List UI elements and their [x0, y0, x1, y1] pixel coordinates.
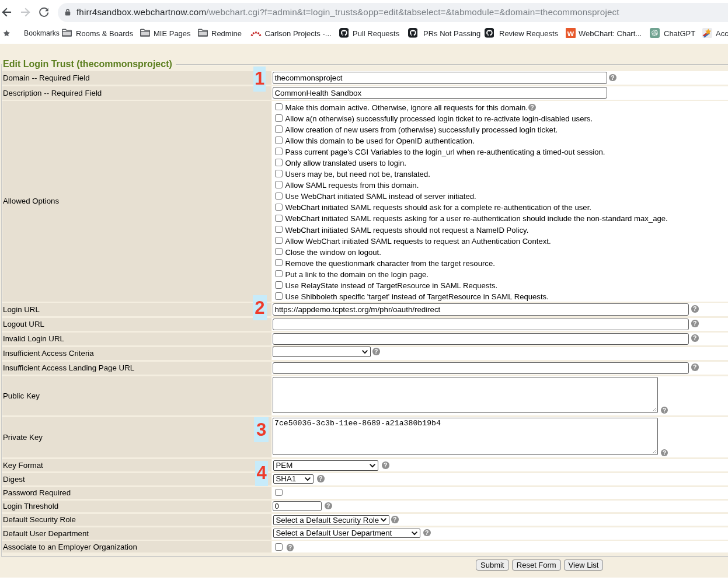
- svg-text:w: w: [566, 29, 574, 38]
